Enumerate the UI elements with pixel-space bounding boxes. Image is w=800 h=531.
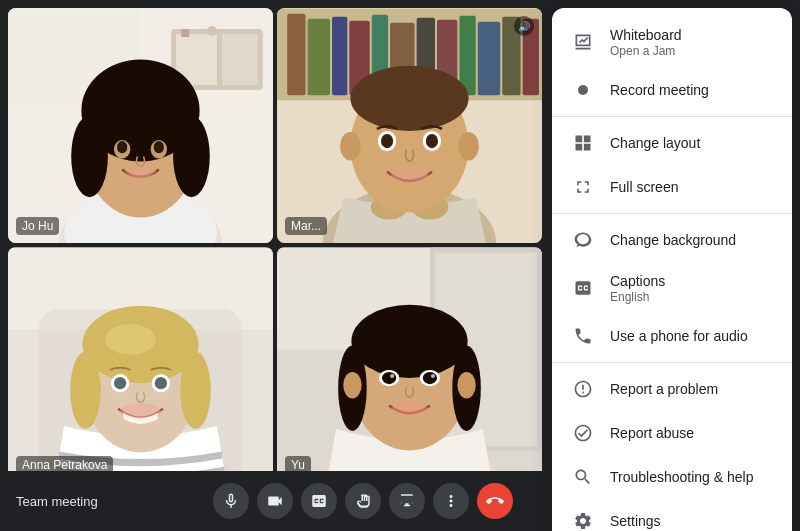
- svg-point-52: [70, 352, 101, 429]
- svg-point-71: [457, 372, 475, 399]
- menu-item-settings[interactable]: Settings: [552, 499, 792, 531]
- svg-point-38: [340, 132, 360, 161]
- video-tile-4: Yu: [277, 247, 542, 482]
- svg-point-53: [180, 352, 211, 429]
- svg-point-78: [392, 400, 427, 416]
- settings-text: Settings: [610, 512, 661, 530]
- report-problem-icon: [572, 378, 594, 400]
- report-abuse-icon: [572, 422, 594, 444]
- svg-point-13: [173, 116, 210, 198]
- report-abuse-label: Report abuse: [610, 424, 694, 442]
- svg-point-57: [114, 377, 126, 389]
- svg-point-5: [207, 26, 217, 36]
- video-tile-3: Anna Petrakova: [8, 247, 273, 482]
- whiteboard-icon: [572, 31, 594, 53]
- camera-icon: [266, 492, 284, 510]
- divider-1: [552, 116, 792, 117]
- fullscreen-icon: [572, 176, 594, 198]
- svg-point-16: [117, 141, 127, 153]
- svg-point-12: [71, 116, 108, 198]
- meeting-toolbar: Team meeting: [0, 471, 550, 531]
- whiteboard-label: Whiteboard: [610, 26, 682, 44]
- more-options-button[interactable]: [433, 483, 469, 519]
- cc-icon: [310, 492, 328, 510]
- background-icon: [572, 229, 594, 251]
- cc-button[interactable]: [301, 483, 337, 519]
- end-call-icon: [486, 492, 504, 510]
- record-label: Record meeting: [610, 81, 709, 99]
- more-icon: [442, 492, 460, 510]
- whiteboard-text: Whiteboard Open a Jam: [610, 26, 682, 58]
- svg-point-76: [390, 374, 394, 378]
- divider-2: [552, 213, 792, 214]
- menu-item-layout[interactable]: Change layout: [552, 121, 792, 165]
- report-problem-text: Report a problem: [610, 380, 718, 398]
- svg-point-75: [423, 372, 437, 384]
- background-label: Change background: [610, 231, 736, 249]
- meeting-title: Team meeting: [16, 494, 187, 509]
- svg-rect-4: [181, 29, 189, 37]
- svg-point-70: [343, 372, 361, 399]
- mic-tile-2: 🔊: [514, 16, 534, 36]
- video-tile-1: Jo Hu: [8, 8, 273, 243]
- video-tile-2: Mar... 🔊: [277, 8, 542, 243]
- record-icon: [572, 79, 594, 101]
- mic-icon: [222, 492, 240, 510]
- svg-point-39: [458, 132, 478, 161]
- svg-rect-21: [308, 19, 330, 95]
- svg-rect-20: [287, 14, 305, 96]
- layout-label: Change layout: [610, 134, 700, 152]
- mic-button[interactable]: [213, 483, 249, 519]
- participant-name-2: Mar...: [285, 217, 327, 235]
- layout-text: Change layout: [610, 134, 700, 152]
- dropdown-menu: Whiteboard Open a Jam Record meeting Cha…: [552, 8, 792, 531]
- phone-text: Use a phone for audio: [610, 327, 748, 345]
- menu-item-captions[interactable]: Captions English: [552, 262, 792, 314]
- layout-icon: [572, 132, 594, 154]
- menu-item-fullscreen[interactable]: Full screen: [552, 165, 792, 209]
- participant-name-1: Jo Hu: [16, 217, 59, 235]
- hand-icon: [354, 492, 372, 510]
- divider-3: [552, 362, 792, 363]
- troubleshoot-text: Troubleshooting & help: [610, 468, 753, 486]
- menu-item-troubleshoot[interactable]: Troubleshooting & help: [552, 455, 792, 499]
- svg-point-77: [431, 374, 435, 378]
- raise-hand-button[interactable]: [345, 483, 381, 519]
- troubleshoot-icon: [572, 466, 594, 488]
- menu-item-report-problem[interactable]: Report a problem: [552, 367, 792, 411]
- svg-point-67: [351, 305, 467, 378]
- menu-item-report-abuse[interactable]: Report abuse: [552, 411, 792, 455]
- captions-sublabel: English: [610, 290, 665, 304]
- svg-point-42: [381, 134, 393, 148]
- fullscreen-text: Full screen: [610, 178, 678, 196]
- camera-button[interactable]: [257, 483, 293, 519]
- svg-point-37: [350, 66, 468, 131]
- toolbar-controls: [191, 483, 534, 519]
- svg-point-43: [426, 134, 438, 148]
- phone-icon: [572, 325, 594, 347]
- captions-icon: [572, 277, 594, 299]
- phone-label: Use a phone for audio: [610, 327, 748, 345]
- svg-rect-29: [478, 22, 500, 95]
- settings-label: Settings: [610, 512, 661, 530]
- menu-item-record[interactable]: Record meeting: [552, 68, 792, 112]
- captions-text: Captions English: [610, 272, 665, 304]
- svg-point-44: [391, 167, 428, 183]
- menu-item-phone[interactable]: Use a phone for audio: [552, 314, 792, 358]
- report-abuse-text: Report abuse: [610, 424, 694, 442]
- video-grid: Jo Hu: [0, 0, 550, 490]
- whiteboard-sublabel: Open a Jam: [610, 44, 682, 58]
- svg-point-79: [578, 85, 588, 95]
- fullscreen-label: Full screen: [610, 178, 678, 196]
- captions-label: Captions: [610, 272, 665, 290]
- settings-icon: [572, 510, 594, 531]
- svg-point-17: [154, 141, 164, 153]
- svg-rect-22: [332, 17, 347, 95]
- svg-rect-3: [222, 34, 258, 85]
- menu-item-background[interactable]: Change background: [552, 218, 792, 262]
- end-call-button[interactable]: [477, 483, 513, 519]
- report-problem-label: Report a problem: [610, 380, 718, 398]
- svg-point-54: [105, 324, 156, 355]
- menu-item-whiteboard[interactable]: Whiteboard Open a Jam: [552, 16, 792, 68]
- share-screen-button[interactable]: [389, 483, 425, 519]
